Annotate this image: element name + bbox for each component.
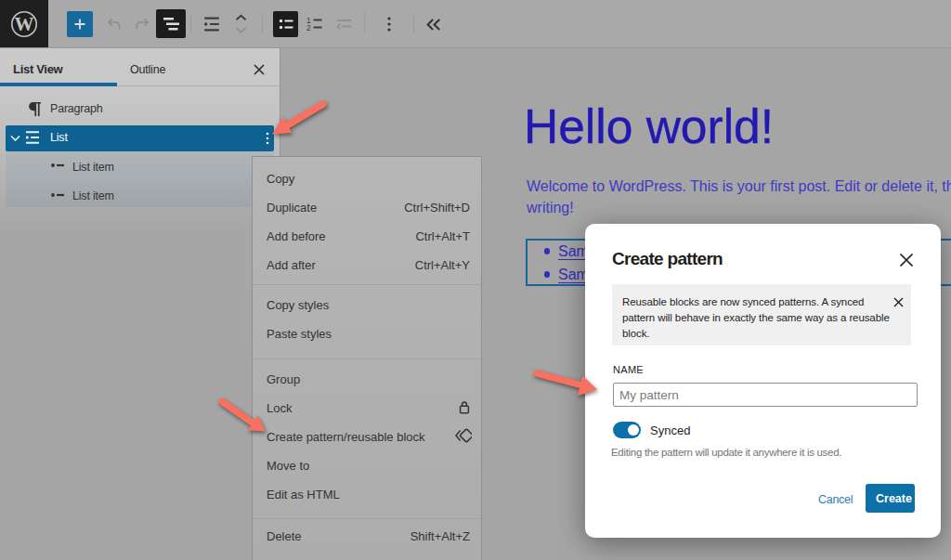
svg-text:2: 2	[306, 23, 311, 33]
svg-text:W: W	[15, 13, 34, 35]
